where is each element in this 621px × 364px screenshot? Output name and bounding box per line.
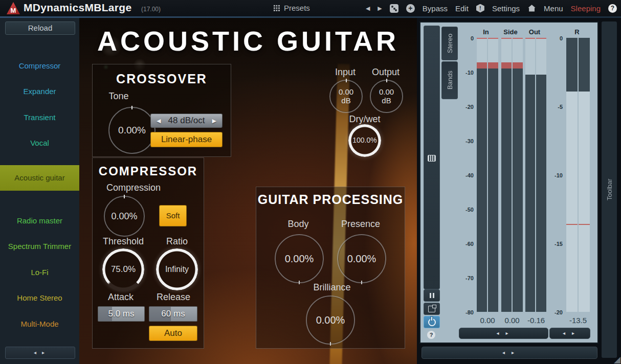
meter-label-r: R: [565, 28, 589, 36]
menu-button[interactable]: Menu: [544, 4, 563, 13]
ratio-knob[interactable]: Infinity: [156, 248, 198, 290]
release-label: Release: [150, 292, 196, 303]
pause-button[interactable]: [424, 289, 440, 302]
slope-prev-icon[interactable]: ◀: [157, 118, 161, 124]
r-scale--5: -5: [545, 104, 563, 110]
tab-bands[interactable]: Bands: [441, 61, 458, 99]
add-icon[interactable]: +: [406, 4, 415, 13]
settings-button[interactable]: Settings: [492, 4, 520, 13]
output-gain-knob[interactable]: 0.00 dB: [370, 80, 403, 113]
window-resize-grip[interactable]: ◢: [614, 355, 620, 364]
sidebar-item-expander[interactable]: Expander: [0, 79, 79, 104]
crossover-title: CROSSOVER: [93, 72, 231, 86]
sidebar-item-radio-master[interactable]: Radio master: [0, 208, 79, 234]
meter-bar-in-left: [477, 38, 487, 312]
sidebar-item-transient[interactable]: Transient: [0, 105, 79, 130]
meter-bar-out-right: [536, 38, 546, 312]
output-value: 0.00: [379, 88, 394, 97]
reload-button[interactable]: Reload: [5, 21, 75, 35]
sidebar-item-multi-mode[interactable]: Multi-Mode: [0, 311, 79, 337]
body-knob[interactable]: 0.00%: [275, 234, 324, 283]
scale--70: -70: [456, 275, 474, 281]
sleeping-status[interactable]: Sleeping: [571, 4, 601, 13]
popout-button[interactable]: [424, 303, 440, 315]
meter-bar-r-left: [566, 38, 578, 312]
meter-label-side: Side: [499, 28, 522, 36]
input-gain-knob[interactable]: 0.00 dB: [329, 80, 363, 113]
attack-label: Attack: [98, 292, 144, 303]
edit-button[interactable]: Edit: [455, 4, 469, 13]
slope-value: 48 dB/oct: [168, 116, 205, 126]
pause-icon: [430, 293, 434, 298]
brilliance-knob[interactable]: 0.00%: [306, 295, 355, 345]
meter-bar-out-left: [525, 38, 535, 312]
slope-next-icon[interactable]: ▶: [212, 118, 216, 124]
release-slider[interactable]: 60 ms: [149, 306, 197, 322]
crossover-panel: CROSSOVER Tone 0.00% ◀ 48 dB/oct ▶ Linea…: [92, 64, 231, 157]
meter-label-in: In: [474, 28, 498, 36]
r-scale--10: -10: [545, 172, 563, 178]
bypass-button[interactable]: Bypass: [423, 4, 448, 13]
threshold-knob[interactable]: 75.0%: [102, 248, 144, 290]
scale--20: -20: [456, 104, 474, 110]
power-icon: [428, 318, 436, 326]
sidebar-collapse-button[interactable]: ◂ ▸: [5, 347, 75, 359]
scale-0: 0: [456, 35, 474, 41]
presets-button[interactable]: Presets: [273, 4, 310, 12]
threshold-label: Threshold: [98, 236, 149, 247]
presence-knob[interactable]: 0.00%: [337, 234, 386, 283]
presence-value: 0.00%: [347, 253, 376, 264]
drywet-ring: [348, 124, 381, 157]
attack-slider[interactable]: 5.0 ms: [98, 306, 145, 322]
help-icon[interactable]: ?: [608, 4, 617, 13]
auto-release-button[interactable]: Auto: [149, 326, 197, 341]
r-meter-zoom-scrollbar[interactable]: ◂ ▸: [549, 328, 590, 339]
home-icon[interactable]: [527, 4, 536, 12]
preset-sidebar: Reload Compressor Expander Transient Voc…: [0, 18, 79, 364]
threshold-ring: [102, 248, 144, 290]
limiter-warning-icon[interactable]: !: [476, 4, 484, 13]
next-preset-button[interactable]: ▶: [378, 5, 382, 12]
tone-label: Tone: [96, 91, 141, 102]
sidebar-item-lo-fi[interactable]: Lo-Fi: [0, 260, 79, 285]
meter-panel-scrollbar[interactable]: ◂ ▸: [422, 347, 597, 359]
keyboard-icon: [428, 155, 436, 162]
meter-bar-side-right: [513, 38, 523, 312]
analyzer-collapse-strip[interactable]: [424, 26, 440, 289]
input-unit: dB: [339, 97, 353, 105]
compression-label: Compression: [95, 183, 172, 193]
brilliance-value: 0.00%: [316, 314, 345, 326]
sidebar-item-vocal[interactable]: Vocal: [0, 130, 79, 156]
tone-knob[interactable]: 0.00%: [108, 107, 156, 154]
compression-value: 0.00%: [111, 211, 137, 221]
meter-label-out: Out: [523, 28, 546, 36]
sidebar-item-compressor[interactable]: Compressor: [0, 53, 79, 79]
meter-power-button[interactable]: [424, 316, 440, 328]
sidebar-item-acoustic-guitar-selected[interactable]: Acoustic guitar: [0, 165, 79, 191]
tone-value: 0.00%: [118, 125, 146, 135]
question-icon: ?: [427, 331, 435, 339]
meter-bar-in-right: [488, 38, 498, 312]
main-editor-area: ACOUSTIC GUITAR CROSSOVER Tone 0.00% ◀ 4…: [79, 18, 417, 364]
random-preset-icon[interactable]: [390, 4, 398, 13]
sidebar-item-spectrum-trimmer[interactable]: Spectrum Trimmer: [0, 234, 79, 259]
crossover-slope-selector[interactable]: ◀ 48 dB/oct ▶: [150, 113, 223, 128]
compression-knob[interactable]: 0.00%: [104, 196, 145, 237]
linear-phase-button[interactable]: Linear-phase: [150, 132, 223, 147]
sidebar-item-home-stereo[interactable]: Home Stereo: [0, 285, 79, 311]
r-scale--20: -20: [545, 309, 563, 315]
soft-knee-button[interactable]: Soft: [159, 205, 187, 226]
drywet-knob[interactable]: 100.0%: [348, 124, 381, 157]
guitar-processing-panel: GUITAR PROCESSING Body 0.00% Presence 0.…: [256, 187, 405, 349]
prev-preset-button[interactable]: ◀: [366, 5, 370, 12]
scale--80: -80: [456, 309, 474, 315]
scale--50: -50: [456, 207, 474, 213]
ratio-label: Ratio: [164, 236, 190, 247]
melda-logo-icon[interactable]: M: [7, 2, 20, 14]
toolbar-strip[interactable]: Toolbar: [602, 21, 617, 358]
brilliance-label: Brilliance: [281, 282, 383, 293]
attack-value: 5.0 ms: [98, 307, 144, 321]
meter-help-button[interactable]: ?: [424, 329, 439, 340]
meter-zoom-scrollbar[interactable]: ◂ ▸: [459, 328, 548, 339]
tab-stereo[interactable]: Stereo: [441, 27, 458, 60]
